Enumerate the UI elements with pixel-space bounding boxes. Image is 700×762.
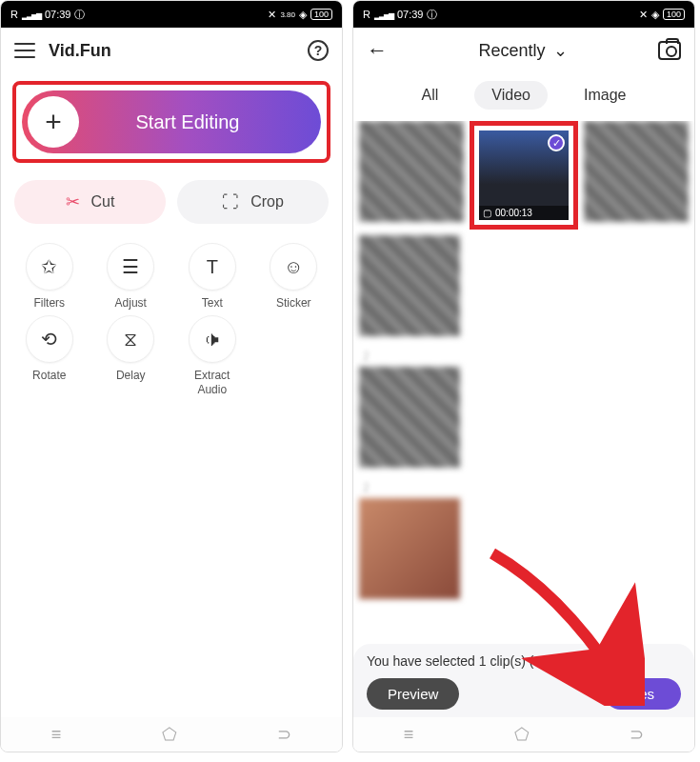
battery-indicator: 100 — [663, 9, 685, 20]
status-bar-2: R 07:39 ⓘ ✕ ◈ 100 — [353, 1, 694, 28]
nav-recents-icon[interactable]: ≡ — [51, 725, 62, 745]
nav-bar: ≡ ⬠ ⊃ — [353, 717, 694, 752]
chevron-down-icon: ⌄ — [553, 40, 568, 61]
network-label: R — [363, 9, 370, 20]
preview-button[interactable]: Preview — [367, 678, 459, 710]
nav-home-icon[interactable]: ⬠ — [162, 724, 177, 745]
video-thumb[interactable] — [359, 121, 464, 222]
audio-icon: 🕩 — [189, 315, 236, 363]
video-thumb[interactable] — [359, 498, 460, 599]
star-icon: ✩ — [26, 243, 73, 291]
scissors-icon: ✂ — [66, 191, 80, 212]
status-time: 07:39 — [45, 9, 71, 20]
duration-text: 00:00:13 — [495, 208, 532, 218]
crop-button[interactable]: ⛶ Crop — [177, 180, 329, 224]
video-thumb-selected[interactable]: ✓ ▢ 00:00:13 — [479, 130, 569, 220]
tool-filters[interactable]: ✩ Filters — [10, 243, 89, 310]
video-thumb[interactable] — [359, 235, 460, 336]
menu-icon[interactable] — [14, 43, 35, 58]
crop-label: Crop — [250, 193, 284, 211]
status-time: 07:39 — [397, 9, 424, 20]
section-label: 2 — [359, 473, 689, 498]
phone-right: R 07:39 ⓘ ✕ ◈ 100 ← Recently ⌄ All Video… — [352, 0, 695, 752]
tool-extract-audio[interactable]: 🕩 Extract Audio — [173, 315, 251, 396]
picker-header: ← Recently ⌄ — [353, 28, 694, 73]
info-icon: ⓘ — [427, 8, 437, 22]
selection-text: You have selected 1 clip(s) (u ). — [367, 653, 681, 669]
duration-bar: ▢ 00:00:13 — [479, 206, 569, 220]
wifi-icon: ◈ — [651, 9, 659, 21]
hourglass-icon: ⧖ — [107, 315, 154, 363]
gallery: ✓ ▢ 00:00:13 2 2 — [353, 121, 694, 644]
app-header: Vid.Fun ? — [1, 28, 342, 73]
video-thumb[interactable] — [584, 121, 689, 222]
text-icon: T — [189, 243, 236, 291]
nav-home-icon[interactable]: ⬠ — [514, 724, 530, 745]
media-tabs: All Video Image — [353, 73, 694, 121]
tool-delay[interactable]: ⧖ Delay — [92, 315, 170, 396]
nav-bar: ≡ ⬠ ⊃ — [1, 717, 342, 752]
tab-image[interactable]: Image — [567, 81, 643, 110]
camera-icon[interactable] — [658, 41, 681, 60]
cut-button[interactable]: ✂ Cut — [14, 180, 166, 224]
help-icon[interactable]: ? — [308, 40, 329, 61]
section-label: 2 — [359, 342, 689, 367]
back-button[interactable]: ← — [367, 38, 388, 63]
tool-adjust[interactable]: ☰ Adjust — [92, 243, 170, 310]
video-thumb[interactable] — [359, 367, 460, 468]
start-editing-button[interactable]: + Start Editing — [22, 90, 321, 153]
signal-icon — [22, 9, 41, 20]
vibrate-icon: ✕ — [268, 9, 276, 21]
selected-highlight: ✓ ▢ 00:00:13 — [470, 121, 578, 230]
signal-icon — [374, 9, 393, 20]
yes-button[interactable]: Yes — [605, 678, 681, 710]
app-title: Vid.Fun — [49, 41, 308, 61]
wifi-icon: ◈ — [299, 9, 307, 21]
album-dropdown[interactable]: Recently ⌄ — [478, 40, 567, 61]
phone-left: R 07:39 ⓘ ✕ 3.80 ◈ 100 Vid.Fun ? + Start… — [0, 0, 343, 752]
check-icon: ✓ — [548, 134, 565, 151]
tab-all[interactable]: All — [405, 81, 456, 110]
tool-rotate[interactable]: ⟲ Rotate — [10, 315, 89, 396]
cut-label: Cut — [91, 193, 115, 211]
adjust-icon: ☰ — [107, 243, 154, 291]
data-icon: 3.80 — [280, 10, 295, 19]
nav-recents-icon[interactable]: ≡ — [404, 725, 414, 745]
plus-icon: + — [28, 96, 79, 148]
smile-icon: ☺ — [270, 243, 317, 291]
rotate-icon: ⟲ — [26, 315, 73, 363]
start-editing-label: Start Editing — [79, 111, 296, 133]
quick-actions: ✂ Cut ⛶ Crop — [1, 170, 342, 230]
tools-grid: ✩ Filters ☰ Adjust T Text ☺ Sticker ⟲ Ro… — [1, 230, 342, 410]
nav-back-icon[interactable]: ⊃ — [277, 724, 291, 745]
crop-icon: ⛶ — [222, 192, 239, 212]
nav-back-icon[interactable]: ⊃ — [630, 724, 644, 745]
tab-video[interactable]: Video — [474, 81, 548, 110]
start-editing-highlight: + Start Editing — [12, 81, 330, 163]
tool-text[interactable]: T Text — [173, 243, 251, 310]
album-label: Recently — [478, 41, 545, 61]
info-icon: ⓘ — [74, 8, 85, 22]
status-bar: R 07:39 ⓘ ✕ 3.80 ◈ 100 — [1, 1, 342, 28]
tool-sticker[interactable]: ☺ Sticker — [255, 243, 333, 310]
battery-indicator: 100 — [310, 9, 332, 20]
network-label: R — [10, 9, 18, 20]
vibrate-icon: ✕ — [639, 9, 648, 21]
video-icon: ▢ — [483, 208, 491, 218]
